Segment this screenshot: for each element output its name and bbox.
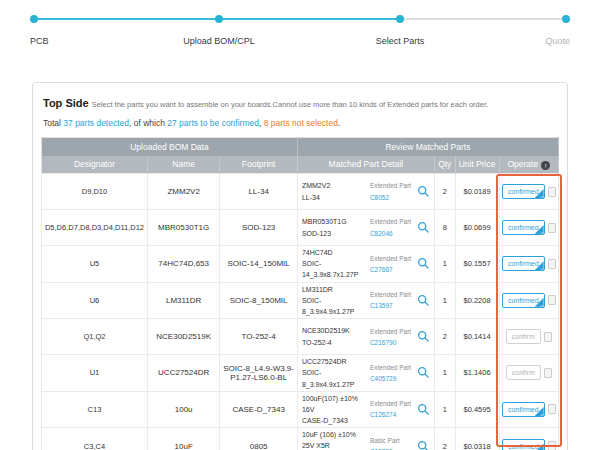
step-label-select-parts[interactable]: Select Parts: [376, 36, 425, 46]
confirm-button-label: confirm: [512, 369, 535, 376]
operate-cell: confirmed: [499, 282, 558, 319]
row-action-icon[interactable]: [548, 223, 556, 233]
part-class-label: Extended Part: [370, 216, 415, 227]
step-dot-upload-bom-cpl[interactable]: [215, 15, 223, 23]
part-class-label: Extended Part: [370, 326, 415, 337]
search-part-icon[interactable]: [417, 440, 430, 450]
name-cell: LM311DR: [147, 282, 219, 319]
step-label-upload-bom-cpl[interactable]: Upload BOM/CPL: [183, 36, 255, 46]
name-cell: NCE30D2519K: [147, 319, 219, 355]
table-row: D5,D6,D7,D8,D3,D4,D11,D12 MBR0530T1G SOD…: [42, 210, 559, 246]
confirm-button[interactable]: confirmed: [502, 293, 545, 308]
part-number-link[interactable]: C82046: [370, 228, 415, 239]
confirm-button-label: confirmed: [508, 297, 539, 304]
designator-cell: U6: [42, 282, 148, 319]
part-number-link[interactable]: C8052: [370, 192, 415, 203]
col-header-matched-detail: Matched Part Detail: [297, 156, 434, 174]
step-label-pcb[interactable]: PCB: [30, 36, 49, 46]
part-class-label: Extended Part: [370, 362, 415, 373]
row-action-icon[interactable]: [548, 441, 556, 450]
name-cell: UCC27524DR: [147, 355, 219, 392]
qty-cell: 2: [434, 174, 455, 210]
qty-cell: 1: [434, 391, 455, 428]
matched-part-name: LM311DR: [302, 284, 368, 295]
matched-part-text: MBR0530T1G SOD-123: [302, 216, 368, 238]
part-number-link[interactable]: C13597: [370, 300, 415, 311]
confirm-button[interactable]: confirmed: [502, 402, 545, 417]
designator-cell: Q1,Q2: [42, 319, 148, 355]
footprint-cell: LL-34: [220, 174, 298, 210]
confirm-button[interactable]: confirmed: [502, 256, 545, 271]
row-action-icon[interactable]: [548, 404, 556, 414]
part-class-block: Extended Part C13597: [370, 289, 415, 311]
matched-part-footprint: TO-252-4: [302, 337, 368, 348]
summary-not-selected-link[interactable]: 8 parts not selected: [264, 118, 338, 128]
part-number-link[interactable]: C126274: [370, 409, 415, 420]
part-class-label: Extended Part: [370, 289, 415, 300]
operate-cell: confirm: [499, 355, 558, 392]
designator-cell: C3,C4: [42, 428, 148, 450]
table-row: U5 74HC74D,653 SOIC-14_150MIL 74HC74D SO…: [42, 246, 559, 283]
part-number-link[interactable]: C405729: [370, 373, 415, 384]
table-row: Q1,Q2 NCE30D2519K TO-252-4 NCE30D2519K T…: [42, 319, 559, 355]
matched-part-footprint: SOIC-14_3.9x8.7x1.27P: [302, 258, 368, 280]
confirm-button-label: confirmed: [508, 443, 539, 450]
unit-price-cell: $0.4595: [455, 391, 499, 428]
operate-cell: confirmed: [499, 391, 558, 428]
search-part-icon[interactable]: [417, 257, 430, 270]
section-head: Top SideSelect the parts you want to ass…: [41, 93, 559, 111]
search-part-icon[interactable]: [417, 294, 430, 307]
operate-info-icon[interactable]: !: [541, 161, 550, 170]
row-action-icon[interactable]: [548, 295, 556, 305]
matched-part-cell: UCC27524DR SOIC-8_3.9x4.9x1.27P Extended…: [297, 355, 434, 392]
footprint-cell: 0805: [220, 428, 298, 450]
confirm-button[interactable]: confirm: [506, 365, 541, 380]
summary-to-confirm-link[interactable]: 27 parts to be confirmed: [167, 118, 259, 128]
matched-part-footprint: SOIC-8_3.9x4.9x1.27P: [302, 295, 368, 317]
summary-detected-link[interactable]: 37 parts detected: [63, 118, 129, 128]
confirm-button[interactable]: confirm: [506, 329, 541, 344]
row-action-icon[interactable]: [544, 332, 552, 342]
part-number-link[interactable]: C27667: [370, 264, 415, 275]
column-header-row: Designator Name Footprint Matched Part D…: [42, 156, 559, 174]
designator-cell: U5: [42, 246, 148, 283]
col-header-operate: Operate!: [499, 156, 558, 174]
designator-cell: D9,D10: [42, 174, 148, 210]
matched-part-cell: 10uF (106) ±10% 25V X5R 0805 Basic Part …: [297, 428, 434, 450]
part-number-link[interactable]: C15850: [370, 446, 415, 450]
search-part-icon[interactable]: [417, 185, 430, 198]
unit-price-cell: $0.2208: [455, 282, 499, 319]
search-part-icon[interactable]: [417, 330, 430, 343]
confirm-button[interactable]: confirmed: [502, 220, 545, 235]
page: PCB Upload BOM/CPL Select Parts Quote To…: [0, 14, 600, 450]
matched-part-text: LM311DR SOIC-8_3.9x4.9x1.27P: [302, 284, 368, 318]
part-class-label: Extended Part: [370, 253, 415, 264]
step-dot-select-parts[interactable]: [396, 15, 404, 23]
row-action-icon[interactable]: [548, 187, 556, 197]
name-cell: 74HC74D,653: [147, 246, 219, 283]
search-part-icon[interactable]: [417, 403, 430, 416]
part-number-link[interactable]: C216790: [370, 337, 415, 348]
search-part-icon[interactable]: [417, 366, 430, 379]
matched-part-name: ZMM2V2: [302, 180, 368, 191]
footprint-cell: SOD-123: [220, 210, 298, 246]
part-class-block: Extended Part C8052: [370, 180, 415, 202]
matched-part-cell: 100uF(107) ±10% 16V CASE-D_7343 Extended…: [297, 391, 434, 428]
matched-part-text: UCC27524DR SOIC-8_3.9x4.9x1.27P: [302, 356, 368, 390]
row-action-icon[interactable]: [544, 368, 552, 378]
name-cell: 100u: [147, 391, 219, 428]
designator-cell: D5,D6,D7,D8,D3,D4,D11,D12: [42, 210, 148, 246]
search-part-icon[interactable]: [417, 221, 430, 234]
confirm-button[interactable]: confirmed: [502, 184, 545, 199]
parts-table-wrap: Uploaded BOM Data Review Matched Parts D…: [41, 137, 559, 450]
parts-table: Uploaded BOM Data Review Matched Parts D…: [41, 137, 559, 450]
matched-part-name: NCE30D2519K: [302, 325, 368, 336]
matched-part-name: 74HC74D: [302, 247, 368, 258]
row-action-icon[interactable]: [548, 259, 556, 269]
matched-part-cell: LM311DR SOIC-8_3.9x4.9x1.27P Extended Pa…: [297, 282, 434, 319]
col-header-operate-label: Operate: [507, 159, 538, 169]
table-row: U1 UCC27524DR SOIC-8_L4.9-W3.9-P1.27-LS6…: [42, 355, 559, 392]
confirm-button-label: confirmed: [508, 260, 539, 267]
confirm-button[interactable]: confirmed: [502, 439, 545, 450]
step-dot-pcb[interactable]: [30, 15, 38, 23]
